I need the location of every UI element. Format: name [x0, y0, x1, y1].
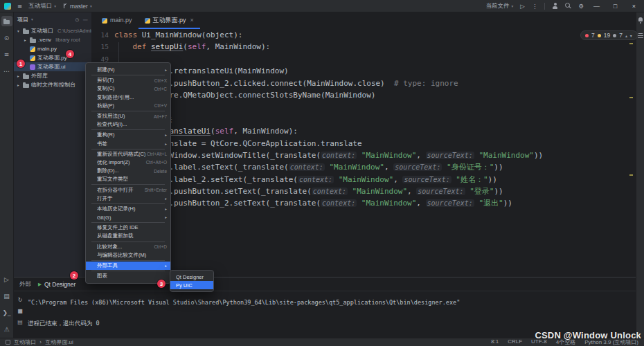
more-actions-icon[interactable]: ⋮	[532, 3, 538, 10]
output-options-icon[interactable]: ▤	[17, 319, 23, 325]
context-menu: 新建(N)▸剪切(T)Ctrl+X复制(C)Ctrl+C复制路径/引用...粘贴…	[85, 62, 171, 284]
menu-item-19[interactable]: 打开于▸	[86, 194, 170, 203]
menu-item-0[interactable]: 新建(N)▸	[86, 66, 170, 74]
menu-item-21[interactable]: 本地历史记录(H)▸	[86, 205, 170, 213]
code-line: MainWindow.setWindowTitle(_translate(con…	[92, 149, 636, 161]
tree-item-临时文件和控制台[interactable]: ▸临时文件和控制台	[14, 80, 91, 89]
external-tools-submenu: Qt DesignerPy UIC	[170, 270, 214, 292]
close-button[interactable]: ×	[628, 3, 640, 10]
tree-item-互动界面.ui[interactable]: 互动界面.ui	[14, 62, 91, 71]
tree-item-互动界面.py[interactable]: 互动界面.py	[14, 53, 91, 62]
structure-tool-icon[interactable]: ≡	[1, 49, 12, 60]
code-line: self.pushButton_2.setText(_translate(con…	[92, 197, 636, 209]
minimize-button[interactable]: —	[591, 3, 602, 10]
breadcrumb-file[interactable]: 互动界面.ui	[45, 338, 73, 346]
menu-item-2[interactable]: 剪切(T)Ctrl+X	[86, 76, 170, 84]
menu-item-label: 检查代码(I)...	[97, 121, 167, 128]
tree-item-label: 互动墙口	[31, 27, 53, 35]
menu-item-3[interactable]: 复制(C)Ctrl+C	[86, 84, 170, 93]
project-panel-header[interactable]: 项目 ▾ ⊙—	[14, 12, 91, 26]
project-header-icons[interactable]: ⊙—	[75, 17, 88, 23]
tree-item-互动墙口[interactable]: ▾互动墙口C:\Users\Administr	[14, 26, 91, 35]
commit-tool-icon[interactable]: ⊙	[1, 33, 12, 43]
more-tools-icon[interactable]: ⋯	[1, 66, 12, 76]
menu-item-label: 删除(D)...	[97, 167, 152, 174]
terminal-tool-icon[interactable]: ❯_	[1, 307, 12, 318]
code-with-me-icon[interactable]	[552, 3, 558, 9]
notifications-icon[interactable]	[638, 17, 643, 24]
watermark: CSDN @Window Unlock	[535, 330, 641, 340]
menu-item-4[interactable]: 复制路径/引用...	[86, 93, 170, 102]
menu-item-28[interactable]: 与编辑器比较文件(M)	[86, 251, 170, 260]
menu-item-13[interactable]: 重新设置代码格式(C)Ctrl+Alt+L	[86, 150, 170, 158]
main-menu-icon[interactable]: ≡	[17, 3, 22, 10]
menu-item-22[interactable]: Git(G)▸	[86, 213, 170, 221]
annotation-step-3: 3	[157, 280, 166, 288]
inspections-widget[interactable]: 7 19 7 ▴ ▾	[580, 30, 638, 40]
stop-icon[interactable]: ■	[17, 308, 23, 314]
tree-item-外部库[interactable]: ▸外部库	[14, 71, 91, 80]
database-icon[interactable]	[638, 33, 643, 39]
collapse-all-icon[interactable]: —	[83, 17, 89, 23]
close-tab-icon[interactable]: ×	[190, 17, 194, 24]
problems-tool-icon[interactable]: ⚠	[1, 324, 12, 334]
menu-item-32[interactable]: 图表	[86, 272, 170, 280]
status-widget-1[interactable]: CRLF	[508, 338, 522, 346]
run-panel-title: 外部	[19, 280, 31, 289]
tree-item-main.py[interactable]: main.py	[14, 44, 91, 53]
code-text: def setupUi(self, MainWindow):	[114, 41, 270, 53]
breadcrumb-project[interactable]: 互动墙口	[14, 338, 36, 346]
project-tool-icon[interactable]	[1, 16, 12, 26]
menu-item-14[interactable]: 优化 import(Z)Ctrl+Alt+O	[86, 158, 170, 167]
locate-file-icon[interactable]: ⊙	[75, 17, 79, 23]
tab-label: main.py	[110, 17, 132, 24]
code-line: self.pushButton.setText(_translate(conte…	[92, 185, 636, 197]
menu-item-label: 重新设置代码格式(C)	[97, 151, 145, 158]
expander-icon[interactable]: ▾	[16, 29, 21, 33]
code-area[interactable]: 14class Ui_MainWindow(object):15 def set…	[92, 29, 636, 277]
run-tab-qt-designer[interactable]: ▶ Qt Designer	[38, 281, 75, 288]
expander-icon[interactable]: ▸	[16, 83, 21, 87]
tree-item-.venv[interactable]: ▸.venvlibrary root	[14, 35, 91, 44]
run-button[interactable]: ▷	[520, 3, 525, 10]
run-config-selector[interactable]: 当前文件 ▾	[486, 2, 514, 10]
expander-icon[interactable]: ▸	[23, 38, 28, 42]
branch-switcher[interactable]: master ▾	[62, 3, 92, 10]
scrollbar-warning-mark	[629, 43, 633, 44]
menu-item-16[interactable]: 重写文件类型	[86, 175, 170, 183]
menu-item-label: 重构(R)	[97, 131, 161, 138]
console-output[interactable]: "C:\Program Files (x86)\Microsoft Visual…	[26, 291, 460, 329]
menu-item-10[interactable]: 重构(R)▸	[86, 131, 170, 139]
expander-icon[interactable]: ▸	[16, 74, 21, 78]
search-everywhere-icon[interactable]	[565, 3, 571, 9]
rerun-icon[interactable]: ↻	[18, 297, 23, 303]
menu-item-7[interactable]: 查找用法(U)Alt+F7	[86, 112, 170, 120]
menu-item-5[interactable]: 粘贴(P)Ctrl+V	[86, 102, 170, 110]
menu-item-15[interactable]: 删除(D)...Delete	[86, 167, 170, 175]
services-tool-icon[interactable]: ▤	[1, 291, 12, 301]
menu-item-30[interactable]: 外部工具▸	[86, 262, 170, 270]
console-line: 进程已结束，退出代码为 0	[28, 318, 460, 329]
editor-tab-互动界面.py[interactable]: 互动界面.py×	[138, 12, 200, 29]
menu-item-11[interactable]: 书签▸	[86, 140, 170, 148]
status-widget-0[interactable]: 8:1	[491, 338, 499, 346]
menu-shortcut: Ctrl+Alt+L	[147, 152, 167, 156]
menu-item-25[interactable]: 从磁盘重新加载	[86, 232, 170, 240]
code-line: 15 def setupUi(self, MainWindow):	[92, 41, 636, 53]
warning-count: 19	[604, 32, 610, 39]
editor-tab-main.py[interactable]: main.py	[96, 12, 138, 29]
menu-item-24[interactable]: 修复文件上的 IDE	[86, 224, 170, 232]
settings-gear-icon[interactable]: ⚙	[578, 3, 584, 10]
editor-tabs: main.py互动界面.py×	[92, 12, 636, 29]
menu-item-8[interactable]: 检查代码(I)...	[86, 120, 170, 129]
menu-item-27[interactable]: 比较对象...Ctrl+D	[86, 243, 170, 251]
run-tool-icon[interactable]: ▷	[1, 274, 12, 284]
project-switcher[interactable]: 互动墙口 ▾	[28, 2, 56, 10]
right-tool-strip	[636, 12, 644, 338]
maximize-button[interactable]: □	[609, 3, 621, 10]
submenu-item-Qt Designer[interactable]: Qt Designer	[170, 273, 213, 281]
prev-next-problem-icons[interactable]: ▴ ▾	[625, 33, 633, 38]
menu-item-18[interactable]: 在拆分器中打开Shift+Enter	[86, 185, 170, 194]
submenu-item-Py UIC[interactable]: Py UIC	[170, 281, 213, 289]
code-line: self.label_2.setText(_translate(context:…	[92, 174, 636, 185]
